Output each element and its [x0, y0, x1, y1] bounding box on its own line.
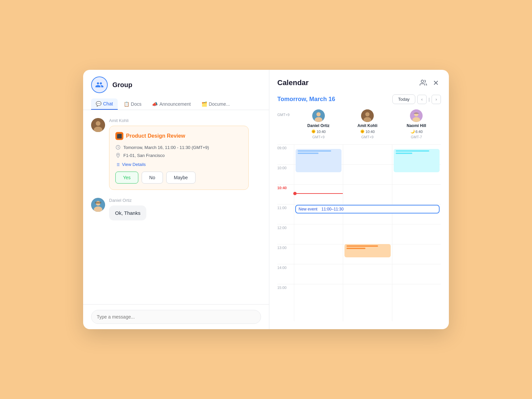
amit-cal-name: Amit Kohli — [357, 123, 377, 128]
tabs-row: 💬 Chat 📋 Docs 📣 Announcement 🗂️ Docume..… — [91, 98, 261, 110]
daniel-avatar — [312, 109, 325, 122]
clock-icon — [115, 145, 121, 150]
naomi-column — [392, 144, 441, 321]
amit-face — [91, 118, 105, 132]
group-title: Group — [112, 81, 132, 89]
calendar-header: Calendar — [277, 78, 441, 88]
group-avatar — [91, 76, 108, 93]
amit-sender-name: Amit Kohli — [109, 118, 261, 123]
amit-cal-face — [361, 109, 374, 122]
nav-separator: | — [429, 97, 430, 102]
time-grid: 09:00 10:00 10:40 11:00 12:00 13:00 14:0… — [277, 144, 441, 321]
event-bar-3 — [346, 245, 378, 247]
event-calendar-icon: ⬛ — [115, 132, 123, 140]
docs-icon: 📋 — [124, 101, 129, 107]
close-button[interactable] — [431, 78, 441, 88]
naomi-cal-avatar — [410, 109, 423, 122]
group-header: Group — [91, 76, 261, 93]
location-icon — [115, 153, 121, 158]
slot-1400: 14:00 — [277, 264, 294, 284]
slot-1100: 11:00 — [277, 204, 294, 224]
naomi-cal-face — [410, 109, 423, 122]
daniel-cal-tz: GMT+9 — [312, 135, 325, 139]
new-event-label: New event — [299, 207, 318, 211]
documents-icon: 🗂️ — [201, 101, 207, 107]
amit-time-emoji: 🌞 — [360, 129, 365, 134]
calendar-actions — [420, 78, 441, 88]
daniel-slot-2 — [294, 184, 343, 204]
naomi-cal-name: Naomi Hill — [407, 123, 426, 128]
naomi-bar-1 — [396, 150, 429, 152]
view-details-text: View Details — [122, 162, 146, 167]
calendar-grid: 09:00 10:00 10:40 11:00 12:00 13:00 14:0… — [277, 144, 441, 321]
daniel-slot-5 — [294, 244, 343, 264]
daniel-time-emoji: 🌞 — [311, 129, 316, 134]
event-bar-2 — [298, 153, 319, 154]
person-daniel: Daniel Ortiz 🌞 10:40 GMT+9 — [294, 109, 343, 139]
avatar-amit — [91, 118, 105, 132]
chat-icon: 💬 — [96, 101, 101, 106]
view-details-link[interactable]: View Details — [115, 162, 242, 167]
daniel-face — [91, 198, 105, 212]
daniel-sender-name: Daniel Ortiz — [109, 198, 261, 203]
rsvp-maybe-button[interactable]: Maybe — [166, 172, 196, 184]
announcement-icon: 📣 — [152, 101, 158, 107]
avatar-daniel — [91, 198, 105, 212]
slot-0900: 09:00 — [277, 144, 294, 164]
svg-point-10 — [316, 112, 321, 116]
slot-1040: 10:40 — [277, 184, 294, 204]
date-nav: Tomorrow, March 16 Today ‹ | › — [277, 94, 441, 104]
left-panel: Group 💬 Chat 📋 Docs 📣 Announcement 🗂️ D — [83, 70, 269, 329]
tab-documents[interactable]: 🗂️ Docume... — [197, 98, 235, 110]
daniel-slot-7 — [294, 284, 343, 304]
message-input-wrap — [83, 304, 269, 329]
calendar-title: Calendar — [277, 78, 309, 87]
time-column: 09:00 10:00 10:40 11:00 12:00 13:00 14:0… — [277, 144, 294, 321]
event-title-row: ⬛ Product Design Review — [115, 132, 242, 140]
slot-1300: 13:00 — [277, 244, 294, 264]
daniel-event-1 — [296, 149, 341, 172]
slot-1500: 15:00 — [277, 284, 294, 304]
people-calendar-icon[interactable] — [420, 79, 427, 86]
tz-label-gmt9: GMT+9 — [277, 109, 294, 139]
daniel-bubble: Ok, Thanks — [109, 205, 146, 220]
people-icon — [95, 80, 104, 89]
rsvp-no-button[interactable]: No — [142, 172, 163, 184]
message-daniel: Daniel Ortiz Ok, Thanks — [91, 198, 261, 220]
slot-1200: 12:00 — [277, 224, 294, 244]
event-location: F1-01, San Francisco — [115, 153, 242, 158]
message-input[interactable] — [91, 310, 261, 324]
daniel-cal-time: 🌞 10:40 — [311, 129, 326, 134]
naomi-event-900 — [394, 149, 440, 172]
event-bar-1 — [298, 150, 331, 152]
today-button[interactable]: Today — [392, 94, 415, 104]
amit-column — [343, 144, 392, 321]
date-label: Tomorrow, March 16 — [277, 96, 335, 103]
prev-arrow[interactable]: ‹ — [417, 95, 427, 104]
naomi-time-emoji: 🌙 — [410, 129, 415, 134]
tab-announcement-label: Announcement — [159, 101, 191, 107]
amit-message-content: Amit Kohli ⬛ Product Design Review Tomor… — [109, 118, 261, 190]
new-event-overlay: New event 11:00–11:30 — [294, 205, 441, 215]
daniel-slot-4 — [294, 224, 343, 244]
daniel-cal-name: Daniel Ortiz — [307, 123, 330, 128]
svg-point-13 — [365, 112, 370, 116]
daniel-slot-6 — [294, 264, 343, 284]
naomi-time-value: 6:40 — [416, 130, 423, 134]
current-time-label: 10:40 — [277, 186, 287, 190]
amit-time-value: 10:40 — [365, 130, 375, 134]
rsvp-yes-button[interactable]: Yes — [115, 172, 138, 184]
next-arrow[interactable]: › — [432, 95, 441, 104]
tab-chat[interactable]: 💬 Chat — [91, 98, 118, 110]
tab-announcement[interactable]: 📣 Announcement — [147, 98, 195, 110]
list-icon — [115, 162, 120, 167]
message-amit: Amit Kohli ⬛ Product Design Review Tomor… — [91, 118, 261, 190]
daniel-cal-face — [312, 109, 325, 122]
people-row: GMT+9 Daniel Ortiz 🌞 10:40 GMT+9 — [277, 109, 441, 139]
tab-docs[interactable]: 📋 Docs — [119, 98, 146, 110]
nav-controls: Today ‹ | › — [392, 94, 441, 104]
new-event-block[interactable]: New event 11:00–11:30 — [295, 205, 440, 213]
daniel-column — [294, 144, 343, 321]
amit-cal-avatar — [361, 109, 374, 122]
svg-point-1 — [96, 121, 100, 126]
